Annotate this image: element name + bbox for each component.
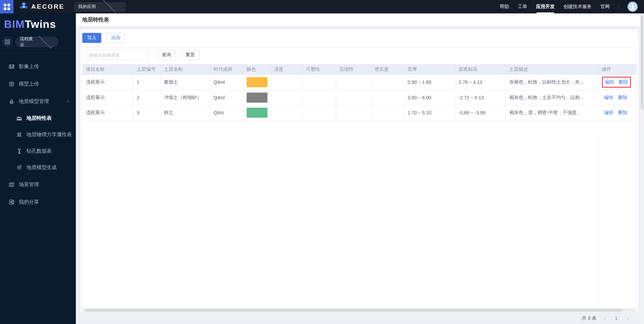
user-avatar[interactable]: [628, 2, 638, 12]
project-select[interactable]: 流程展示: [15, 37, 58, 47]
column-header-project: 项目名称: [83, 64, 133, 75]
cell-moisture: [270, 75, 302, 90]
sidebar-item-2[interactable]: 地质模型管理: [0, 93, 76, 110]
title-bar: 地层特性表: [76, 13, 644, 26]
cell-layer_no: 3: [133, 105, 160, 120]
prev-page-button[interactable]: ‹: [602, 316, 607, 321]
sidebar-item-1[interactable]: 模型上传: [0, 75, 76, 93]
cell-layer_no: 2: [133, 90, 160, 105]
sidebar: BIMTwins 流程展示 影像上传模型上传地质模型管理地层特性表地层物理力学属…: [0, 13, 76, 324]
topbar: AECORE 我的应用 帮助工单应用开发创建技术服务官网: [0, 0, 644, 13]
delete-link[interactable]: 删除: [618, 110, 628, 115]
cell-thickness: 1.70 ~ 5.10: [404, 105, 455, 120]
top-nav-item-2[interactable]: 应用开发: [536, 0, 555, 13]
import-button[interactable]: 导入: [82, 33, 101, 43]
cell-compressibility: [336, 90, 371, 105]
edit-link[interactable]: 编辑: [604, 110, 613, 115]
cell-name: 冲填土（粉细砂）: [160, 90, 210, 105]
table-row: 流程展示1素填土Q4ml0.90 ~ 1.602.78 ~ 4.13灰褐色，松散…: [83, 75, 636, 90]
drill-data-icon: [16, 148, 22, 154]
cell-thickness: 0.90 ~ 1.60: [404, 75, 455, 90]
my-share-icon: [8, 199, 14, 205]
cell-density: [371, 90, 404, 105]
sidebar-item-label: 地质模型生成: [27, 164, 57, 171]
top-nav-item-3[interactable]: 创建技术服务: [563, 0, 592, 13]
project-grid-button[interactable]: [2, 37, 13, 47]
sidebar-item-0[interactable]: 影像上传: [0, 58, 76, 75]
top-nav-item-4[interactable]: 官网: [600, 0, 610, 13]
scene-manage-icon: [8, 181, 14, 187]
cell-actions: 编辑删除: [598, 75, 636, 90]
top-nav-item-1[interactable]: 工单: [518, 0, 527, 13]
delete-link[interactable]: 删除: [618, 95, 628, 100]
column-header-plasticity: 可塑性: [302, 64, 336, 75]
table-body: 流程展示1素填土Q4ml0.90 ~ 1.602.78 ~ 4.13灰褐色，松散…: [83, 75, 636, 120]
add-button[interactable]: 添加: [106, 33, 125, 43]
filter-row: 查询 重置: [83, 47, 636, 63]
chevron-down-icon: [102, 0, 120, 15]
cell-compressibility: [336, 105, 371, 120]
edit-link[interactable]: 编辑: [605, 79, 614, 85]
next-page-button[interactable]: ›: [626, 316, 630, 321]
query-button[interactable]: 查询: [157, 50, 176, 60]
cell-project: 流程展示: [83, 90, 133, 105]
top-nav-item-0[interactable]: 帮助: [500, 0, 509, 13]
chevron-up-icon: [66, 100, 70, 104]
cell-moisture: [270, 105, 302, 120]
sidebar-item-label: 地层物理力学属性表: [27, 131, 72, 138]
color-swatch: [247, 108, 267, 118]
cell-layer_no: 1: [133, 75, 160, 90]
model-generate-icon: [16, 165, 22, 171]
edit-link[interactable]: 编辑: [604, 95, 613, 100]
delete-link[interactable]: 删除: [619, 79, 628, 85]
brand-name: AECORE: [31, 3, 64, 10]
column-header-actions: 操作: [598, 64, 636, 75]
horizontal-scrollbar-thumb[interactable]: [86, 309, 622, 312]
vertical-scrollbar-thumb[interactable]: [641, 15, 643, 109]
topbar-nav: 帮助工单应用开发创建技术服务官网: [500, 0, 644, 13]
horizontal-scrollbar: [83, 308, 636, 312]
vertical-scrollbar: [640, 13, 644, 324]
sidebar-item-6[interactable]: 地质模型生成: [0, 159, 76, 176]
logo-twins: Twins: [25, 18, 56, 30]
sidebar-item-label: 钻孔数据表: [27, 148, 52, 154]
reset-button[interactable]: 重置: [181, 50, 200, 60]
page-number-1[interactable]: 1: [613, 316, 620, 321]
cell-name: 素填土: [160, 75, 210, 90]
brand: AECORE: [19, 2, 64, 12]
sidebar-item-3[interactable]: 地层特性表: [0, 110, 76, 126]
sidebar-item-5[interactable]: 钻孔数据表: [0, 143, 76, 159]
topbar-divider: [618, 4, 619, 9]
sidebar-item-4[interactable]: 地层物理力学属性表: [0, 126, 76, 143]
cell-bottom_elevation: -5.68 ~ -3.99: [455, 105, 506, 120]
sidebar-nav: 影像上传模型上传地质模型管理地层特性表地层物理力学属性表钻孔数据表地质模型生成场…: [0, 58, 76, 211]
sidebar-item-label: 地质模型管理: [19, 98, 49, 105]
sidebar-item-label: 模型上传: [19, 81, 39, 87]
brand-cube-icon: [19, 2, 28, 12]
sidebar-item-label: 地层特性表: [27, 115, 52, 121]
table-header-row: 项目名称土层编号土层名称时代成因颜色湿度可塑性压缩性密实度层厚层底标高土层描述操…: [83, 64, 636, 75]
cell-color: [243, 90, 270, 105]
app-select[interactable]: 我的应用: [75, 2, 126, 11]
actions-group: 编辑删除: [602, 108, 630, 117]
cell-project: 流程展示: [83, 105, 133, 120]
column-header-name: 土层名称: [160, 64, 210, 75]
column-header-description: 土层描述: [506, 64, 598, 75]
search-input[interactable]: [85, 50, 149, 60]
cell-actions: 编辑删除: [598, 90, 636, 105]
table-panel: 查询 重置 项目名称土层编号土层名称时代成因颜色湿度可塑性压缩性密实度层厚层底标…: [82, 47, 637, 313]
chevron-down-icon: [38, 34, 52, 48]
sidebar-item-7[interactable]: 场景管理: [0, 176, 76, 193]
cell-description: 褐灰色，松散，土质不均匀，以粉...: [506, 90, 598, 105]
target-annotation-box: 编辑删除: [602, 77, 631, 88]
sidebar-divider: [0, 53, 76, 53]
sidebar-logo: BIMTwins: [0, 13, 76, 31]
cell-plasticity: [302, 105, 336, 120]
strata-table: 项目名称土层编号土层名称时代成因颜色湿度可塑性压缩性密实度层厚层底标高土层描述操…: [83, 64, 636, 120]
operation-column-border: [598, 138, 599, 308]
sidebar-item-label: 影像上传: [19, 63, 39, 70]
apps-grid-button[interactable]: [0, 0, 13, 13]
cell-compressibility: [336, 75, 371, 90]
content-card: 导入 添加 查询 重置 项目名称土层编号土层名称时代成因颜色湿度可塑性压缩性密实…: [81, 30, 638, 313]
sidebar-item-8[interactable]: 我的分享: [0, 193, 76, 211]
